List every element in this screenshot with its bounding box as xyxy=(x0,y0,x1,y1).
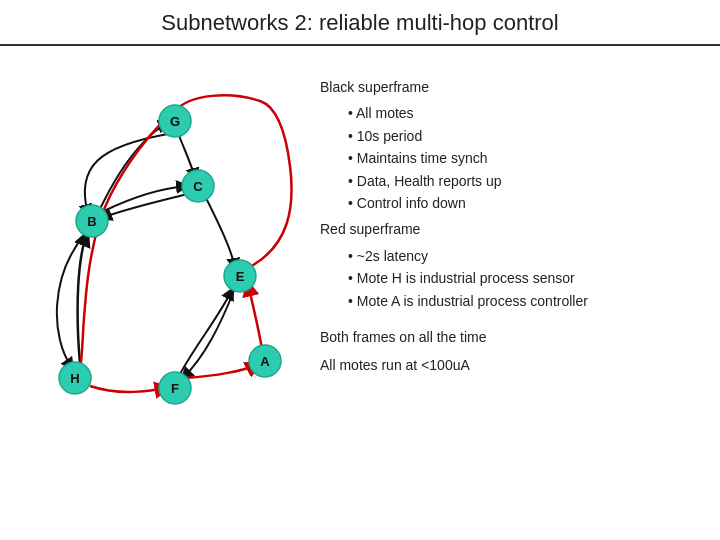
node-B-label: B xyxy=(87,214,96,229)
content-area: G C B E A H F Black superframe All motes xyxy=(0,46,720,436)
node-A-label: A xyxy=(260,354,270,369)
black-bullet-2: 10s period xyxy=(344,125,700,147)
title-bar: Subnetworks 2: reliable multi-hop contro… xyxy=(0,0,720,46)
red-superframe-label: Red superframe xyxy=(320,218,700,240)
page: Subnetworks 2: reliable multi-hop contro… xyxy=(0,0,720,540)
diagram-svg: G C B E A H F xyxy=(20,66,300,426)
page-title: Subnetworks 2: reliable multi-hop contro… xyxy=(161,10,558,35)
red-bullet-3: Mote A is industrial process controller xyxy=(344,290,700,312)
black-bullet-4: Data, Health reports up xyxy=(344,170,700,192)
info-panel: Black superframe All motes 10s period Ma… xyxy=(320,66,700,382)
both-frames-line2: All motes run at <100uA xyxy=(320,354,700,378)
black-bullet-5: Control info down xyxy=(344,192,700,214)
node-G-label: G xyxy=(170,114,180,129)
black-bullets-list: All motes 10s period Maintains time sync… xyxy=(344,102,700,214)
both-frames-line1: Both frames on all the time xyxy=(320,326,700,350)
black-bullet-1: All motes xyxy=(344,102,700,124)
black-superframe-label: Black superframe xyxy=(320,76,700,98)
red-bullet-1: ~2s latency xyxy=(344,245,700,267)
both-frames-section: Both frames on all the time All motes ru… xyxy=(320,326,700,378)
node-C-label: C xyxy=(193,179,203,194)
network-diagram: G C B E A H F xyxy=(20,66,300,426)
red-bullet-2: Mote H is industrial process sensor xyxy=(344,267,700,289)
node-F-label: F xyxy=(171,381,179,396)
node-H-label: H xyxy=(70,371,79,386)
node-E-label: E xyxy=(236,269,245,284)
black-bullet-3: Maintains time synch xyxy=(344,147,700,169)
red-bullets-list: ~2s latency Mote H is industrial process… xyxy=(344,245,700,312)
